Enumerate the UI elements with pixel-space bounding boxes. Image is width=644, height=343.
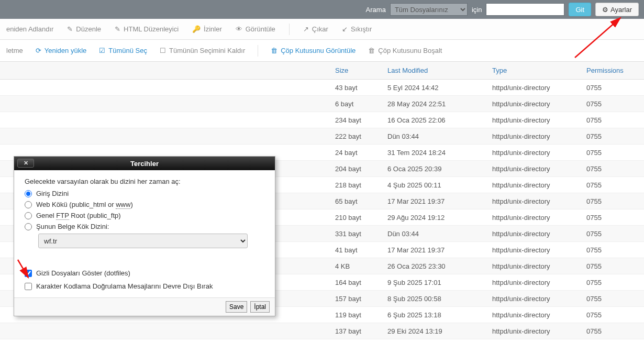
cell-type: httpd/unix-directory — [492, 132, 586, 140]
cell-type: httpd/unix-directory — [492, 100, 586, 108]
cell-type: httpd/unix-directory — [492, 181, 586, 189]
radio-docroot-label: Şunun Belge Kök Dizini: — [36, 223, 109, 230]
cell-type: httpd/unix-directory — [492, 214, 586, 222]
html-editor-action[interactable]: ✎HTML Düzenleyici — [115, 25, 179, 33]
search-input[interactable] — [486, 3, 564, 16]
forward-action[interactable]: letme — [6, 47, 23, 54]
view-trash-action[interactable]: 🗑Çöp Kutusunu Görüntüle — [271, 47, 356, 54]
settings-button-label: Ayarlar — [610, 6, 632, 14]
dialog-close-button[interactable]: ✕ — [17, 159, 34, 168]
cell-size: 157 bayt — [335, 295, 387, 303]
checkbox-dotfiles[interactable] — [25, 270, 32, 277]
compress-action[interactable]: ↙Sıkıştır — [342, 25, 372, 33]
cell-size: 204 bayt — [335, 165, 387, 173]
preferences-dialog: ✕ Tercihler Gelecekte varsayılan olarak … — [14, 156, 275, 316]
checkbox-dotfiles-label: Gizli Dosyaları Göster (dotfiles) — [36, 269, 130, 277]
radio-ftp-label: Genel FTP Root (public_ftp) — [36, 212, 121, 219]
dialog-header[interactable]: ✕ Tercihler — [14, 157, 275, 170]
cell-size: 218 bayt — [335, 181, 387, 189]
gear-icon: ⚙ — [602, 6, 608, 14]
cell-type: httpd/unix-directory — [492, 262, 586, 270]
view-action[interactable]: 👁Görüntüle — [236, 25, 275, 33]
table-row[interactable]: 234 bayt16 Oca 2025 22:06httpd/unix-dire… — [0, 112, 644, 128]
table-row[interactable]: 222 baytDün 03:44httpd/unix-directory075… — [0, 128, 644, 145]
edit-label: Düzenle — [76, 25, 101, 33]
forward-label: letme — [6, 47, 23, 54]
deselect-all-action[interactable]: ☐Tümünün Seçimini Kaldır — [160, 47, 245, 54]
cell-permissions: 0755 — [586, 197, 644, 205]
cell-type: httpd/unix-directory — [492, 165, 586, 173]
edit-action[interactable]: ✎Düzenle — [67, 25, 101, 33]
extract-icon: ↗ — [303, 25, 309, 33]
cell-modified: 4 Şub 2025 00:11 — [387, 181, 492, 189]
permissions-action[interactable]: 🔑İzinler — [192, 25, 222, 33]
cell-modified: 31 Tem 2024 18:24 — [387, 149, 492, 157]
cell-size: 41 bayt — [335, 246, 387, 254]
cell-modified: 26 Oca 2025 23:30 — [387, 262, 492, 270]
toolbar-divider — [289, 24, 290, 35]
cell-modified: 17 Mar 2021 19:37 — [387, 246, 492, 254]
html-editor-label: HTML Düzenleyici — [124, 25, 179, 33]
table-row[interactable]: 137 bayt29 Eki 2024 13:19httpd/unix-dire… — [0, 323, 644, 339]
docroot-select[interactable]: wf.tr — [38, 234, 248, 248]
checkbox-charset-label: Karakter Kodlama Doğrulama Mesajlarını D… — [36, 282, 213, 290]
select-all-action[interactable]: ☑Tümünü Seç — [99, 47, 147, 54]
cell-permissions: 0755 — [586, 165, 644, 173]
col-modified[interactable]: Last Modified — [387, 67, 492, 74]
cell-modified: Dün 03:44 — [387, 132, 492, 140]
search-scope-select[interactable]: Tüm Dosyalarınız — [390, 3, 468, 16]
eye-icon: 👁 — [236, 25, 242, 33]
extract-action[interactable]: ↗Çıkar — [303, 25, 328, 33]
cell-size: 6 bayt — [335, 100, 387, 108]
table-row[interactable]: 6 bayt28 May 2024 22:51httpd/unix-direct… — [0, 96, 644, 112]
search-label: Arama — [366, 6, 386, 14]
cell-permissions: 0755 — [586, 262, 644, 270]
cell-type: httpd/unix-directory — [492, 246, 586, 254]
cell-modified: 6 Oca 2025 20:39 — [387, 165, 492, 173]
col-size[interactable]: Size — [335, 67, 387, 74]
checkbox-row-dotfiles[interactable]: Gizli Dosyaları Göster (dotfiles) — [25, 269, 264, 277]
go-button[interactable]: Git — [569, 3, 591, 16]
checkbox-charset[interactable] — [25, 283, 32, 290]
rename-action[interactable]: eniden Adlandır — [6, 25, 53, 33]
radio-webroot-label: Web Kökü (public_html or www) — [36, 201, 133, 208]
cell-modified: 8 Şub 2025 00:58 — [387, 295, 492, 303]
radio-row-docroot[interactable]: Şunun Belge Kök Dizini: — [25, 223, 264, 230]
cell-size: 119 bayt — [335, 311, 387, 319]
save-button[interactable]: Save — [226, 301, 247, 313]
checkbox-row-charset[interactable]: Karakter Kodlama Doğrulama Mesajlarını D… — [25, 282, 264, 290]
uncheck-icon: ☐ — [160, 47, 166, 54]
empty-trash-label: Çöp Kutusunu Boşalt — [378, 47, 442, 54]
pencil-icon: ✎ — [67, 25, 73, 33]
cell-modified: Dün 03:44 — [387, 230, 492, 238]
cell-modified: 6 Şub 2025 13:18 — [387, 311, 492, 319]
settings-button[interactable]: ⚙ Ayarlar — [595, 3, 639, 16]
col-permissions[interactable]: Permissions — [586, 67, 644, 74]
col-type[interactable]: Type — [492, 67, 586, 74]
cell-permissions: 0755 — [586, 279, 644, 286]
cell-permissions: 0755 — [586, 214, 644, 222]
radio-row-webroot[interactable]: Web Kökü (public_html or www) — [25, 201, 264, 208]
key-icon: 🔑 — [192, 25, 201, 33]
dialog-footer: Save İptal — [14, 297, 275, 316]
cell-size: 210 bayt — [335, 214, 387, 222]
extract-label: Çıkar — [312, 25, 328, 33]
radio-row-home[interactable]: Giriş Dizini — [25, 190, 264, 197]
cell-permissions: 0755 — [586, 149, 644, 157]
deselect-all-label: Tümünün Seçimini Kaldır — [169, 47, 245, 54]
radio-row-ftp[interactable]: Genel FTP Root (public_ftp) — [25, 212, 264, 219]
table-row[interactable]: 43 bayt5 Eyl 2024 14:42httpd/unix-direct… — [0, 80, 644, 96]
reload-action[interactable]: ⟳Yeniden yükle — [36, 47, 86, 54]
cancel-button[interactable]: İptal — [250, 301, 270, 313]
radio-webroot[interactable] — [25, 201, 32, 208]
cell-permissions: 0755 — [586, 295, 644, 303]
radio-docroot[interactable] — [25, 223, 32, 230]
radio-ftp[interactable] — [25, 212, 32, 219]
cell-modified: 29 Ağu 2024 19:12 — [387, 214, 492, 222]
cell-size: 4 KB — [335, 262, 387, 270]
radio-home[interactable] — [25, 190, 32, 197]
cell-size: 137 bayt — [335, 327, 387, 335]
compress-label: Sıkıştır — [351, 25, 372, 33]
empty-trash-action[interactable]: 🗑Çöp Kutusunu Boşalt — [368, 47, 442, 54]
cell-type: httpd/unix-directory — [492, 295, 586, 303]
